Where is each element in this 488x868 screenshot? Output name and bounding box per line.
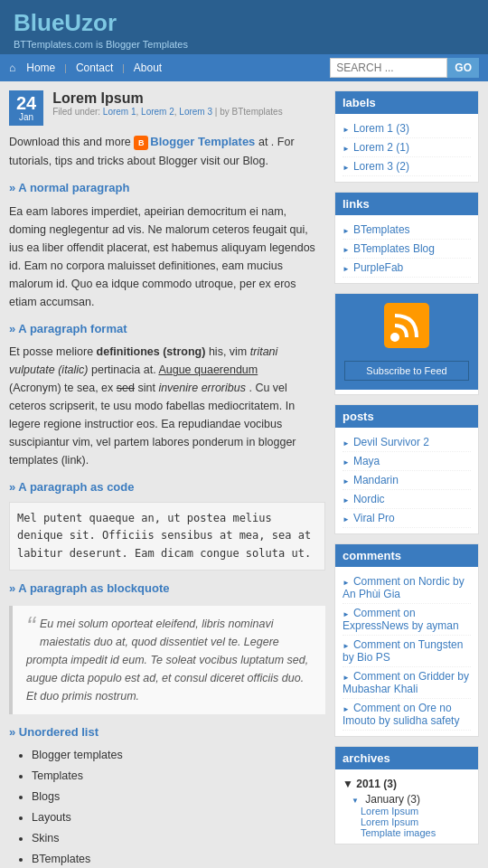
pf-strike: sed <box>117 382 135 394</box>
pf-text3: pertinacia at. <box>91 363 156 376</box>
site-header: BlueUzor BTTemplates.com is Blogger Temp… <box>0 0 488 54</box>
ul-item-3: Blogs <box>32 788 325 806</box>
date-month: Jan <box>16 112 36 122</box>
archives-title: archives <box>335 747 478 769</box>
comments-list: Comment on Nordic by An Phùi Gia Comment… <box>343 572 471 731</box>
search-area: GO <box>330 58 479 78</box>
post-header: 24 Jan Lorem Ipsum Filed under: Lorem 1,… <box>9 90 325 126</box>
site-tagline: BTTemplates.com is Blogger Templates <box>14 39 474 50</box>
para-format-para: Et posse meliore definitiones (strong) h… <box>9 343 325 469</box>
link-item-3: PurpleFab <box>343 259 471 278</box>
comment-item-5: Comment on Ore no Imouto by sulidha safe… <box>343 699 471 731</box>
post-info: Lorem Ipsum Filed under: Lorem 1, Lorem … <box>52 90 282 126</box>
archives-year: ▼ 2011 (3) <box>343 778 471 790</box>
normal-para-heading: » A normal paragraph <box>9 179 325 198</box>
home-icon: ⌂ <box>9 61 15 74</box>
nav-home[interactable]: Home <box>17 54 64 81</box>
comment-item-2: Comment on ExpressNews by ayman <box>343 604 471 636</box>
blockquote-text: Eu mei solum oporteat eleifend, libris n… <box>26 618 308 703</box>
rss-widget: Subscribe to Feed <box>334 293 479 395</box>
ul-item-4: Layouts <box>32 808 325 826</box>
labels-title: labels <box>335 91 478 114</box>
comment-item-4: Comment on Gridder by Mubashar Khali <box>343 667 471 699</box>
archives-month: January (3) <box>352 793 471 806</box>
pf-text5: sint <box>137 382 155 394</box>
post-item-2: Maya <box>343 452 471 471</box>
blockquote: Eu mei solum oporteat eleifend, libris n… <box>9 606 325 714</box>
date-box: 24 Jan <box>9 90 43 126</box>
post-item-1: Devil Survivor 2 <box>343 433 471 452</box>
post-item-4: Nordic <box>343 490 471 509</box>
post-item-3: Mandarin <box>343 471 471 490</box>
rss-icon <box>344 303 469 356</box>
pf-text6: . Cu vel ceteros scripserit, te usu modo… <box>9 382 296 467</box>
svg-rect-0 <box>384 303 429 348</box>
comments-widget: comments Comment on Nordic by An Phùi Gi… <box>334 543 479 737</box>
comments-body: Comment on Nordic by An Phùi Gia Comment… <box>335 567 478 736</box>
comments-title: comments <box>335 544 478 567</box>
meta-tag-1[interactable]: Lorem 1 <box>103 107 136 117</box>
posts-widget: posts Devil Survivor 2 Maya Mandarin Nor… <box>334 404 479 534</box>
blogger-link-text: Blogger Templates <box>150 135 255 148</box>
archive-post-3[interactable]: Template images <box>361 827 471 838</box>
blogger-templates-link[interactable]: BBlogger Templates <box>134 135 258 148</box>
tips-text: tips and tricks about Blogger visit our … <box>55 155 268 167</box>
para-format-heading: » A paragraph format <box>9 320 325 339</box>
links-list: BTemplates BTemplates Blog PurpleFab <box>343 221 471 278</box>
archive-post-1[interactable]: Lorem Ipsum <box>361 806 471 816</box>
post-title: Lorem Ipsum <box>52 90 282 107</box>
sidebar: labels Lorem 1 (3) Lorem 2 (1) Lorem 3 (… <box>334 90 479 868</box>
download-text: Download this and more <box>9 136 131 148</box>
pf-bold: definitiones (strong) <box>97 345 206 358</box>
meta-tag-3[interactable]: Lorem 3 <box>179 107 212 117</box>
subscribe-button[interactable]: Subscribe to Feed <box>344 361 469 381</box>
archive-post-2[interactable]: Lorem Ipsum <box>361 816 471 827</box>
ul-item-2: Templates <box>32 767 325 785</box>
unordered-heading: » Unordered list <box>9 723 325 742</box>
nav-bar: ⌂ Home | Contact | About GO <box>0 54 488 81</box>
title-part1: Blue <box>14 9 64 36</box>
download-paragraph: Download this and more BBlogger Template… <box>9 133 325 170</box>
post-meta: Filed under: Lorem 1, Lorem 2, Lorem 3 |… <box>52 107 282 117</box>
label-item-3: Lorem 3 (2) <box>343 157 471 176</box>
nav-contact[interactable]: Contact <box>67 54 122 81</box>
search-input[interactable] <box>330 58 447 78</box>
pf-italic2: invenire erroribus <box>158 382 246 394</box>
link-item-2: BTemplates Blog <box>343 240 471 259</box>
post-item-5: Viral Pro <box>343 509 471 528</box>
labels-list: Lorem 1 (3) Lorem 2 (1) Lorem 3 (2) <box>343 119 471 176</box>
links-body: BTemplates BTemplates Blog PurpleFab <box>335 215 478 283</box>
svg-point-1 <box>390 333 399 342</box>
archives-widget: archives ▼ 2011 (3) January (3) Lorem Ip… <box>334 746 479 844</box>
meta-by: by BTtemplates <box>220 107 282 117</box>
ul-item-6: BTemplates <box>32 850 325 868</box>
pf-text1: Et posse meliore <box>9 345 93 358</box>
normal-para-text: Ea eam labores imperdiet, apeirian democ… <box>9 203 325 311</box>
blogger-logo: B <box>134 136 148 150</box>
date-day: 24 <box>16 94 36 112</box>
label-item-1: Lorem 1 (3) <box>343 119 471 138</box>
blockquote-heading: » A paragraph as blockquote <box>9 580 325 599</box>
post-body: Download this and more BBlogger Template… <box>9 133 325 868</box>
labels-widget: labels Lorem 1 (3) Lorem 2 (1) Lorem 3 (… <box>334 90 479 183</box>
archives-body: ▼ 2011 (3) January (3) Lorem Ipsum Lorem… <box>335 769 478 844</box>
title-part2: Uzor <box>64 9 117 36</box>
code-block: Mel putent quaeque an, ut postea melius … <box>9 502 325 571</box>
meta-tag-2[interactable]: Lorem 2 <box>141 107 174 117</box>
meta-prefix: Filed under: <box>52 107 100 117</box>
links-widget: links BTemplates BTemplates Blog PurpleF… <box>334 192 479 284</box>
unordered-list: Blogger templates Templates Blogs Layout… <box>32 746 325 868</box>
labels-body: Lorem 1 (3) Lorem 2 (1) Lorem 3 (2) <box>335 114 478 182</box>
search-button[interactable]: GO <box>447 58 479 78</box>
ul-item-5: Skins <box>32 829 325 847</box>
pf-text4: (Acronym) te sea, ex <box>9 382 113 394</box>
posts-body: Devil Survivor 2 Maya Mandarin Nordic Vi… <box>335 428 478 533</box>
label-item-2: Lorem 2 (1) <box>343 138 471 157</box>
ul-item-1: Blogger templates <box>32 746 325 764</box>
code-heading: » A paragraph as code <box>9 478 325 497</box>
nav-about[interactable]: About <box>125 54 171 81</box>
pf-text2: his, vim <box>209 345 247 358</box>
comment-item-1: Comment on Nordic by An Phùi Gia <box>343 572 471 604</box>
link-item-1: BTemplates <box>343 221 471 240</box>
posts-title: posts <box>335 405 478 428</box>
